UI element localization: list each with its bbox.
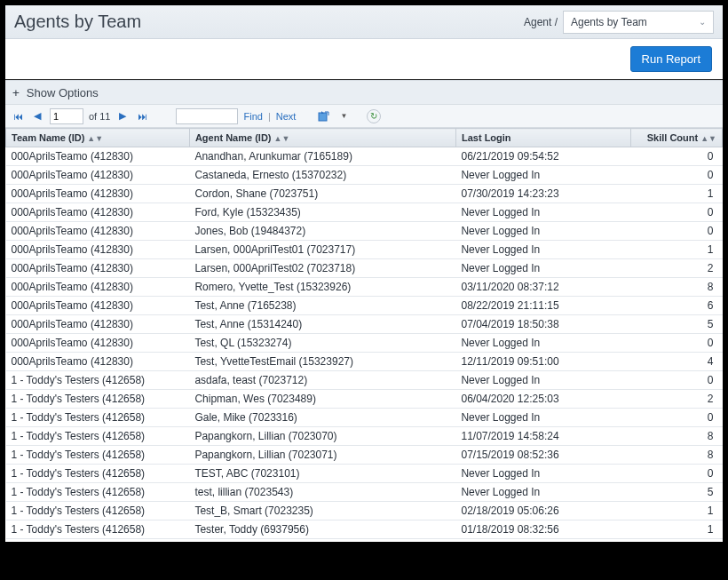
cell-skill: 1 [630, 241, 722, 259]
cell-team: 1 - Toddy's Testers (412658) [6, 427, 190, 446]
results-table: Team Name (ID)▲▼ Agent Name (ID)▲▼ Last … [5, 128, 723, 542]
cell-last-login: Never Logged In [455, 409, 630, 427]
table-row[interactable]: 1 - Toddy's Testers (412658)Papangkorn, … [6, 446, 723, 465]
table-row[interactable]: 1 - Toddy's Testers (412658)Gale, Mike (… [6, 409, 723, 427]
cell-last-login: 07/15/2019 08:52:36 [455, 446, 630, 465]
next-page-icon[interactable]: ▶ [115, 109, 130, 123]
cell-team: 000AprilsTeamo (412830) [6, 147, 190, 166]
table-row[interactable]: 000AprilsTeamo (412830)Larsen, 000AprilT… [6, 259, 723, 278]
title-bar: Agents by Team Agent / Agents by Team ⌄ [5, 5, 723, 39]
table-row[interactable]: 000AprilsTeamo (412830)Castaneda, Ernest… [6, 166, 723, 185]
col-last-login-label: Last Login [462, 132, 511, 143]
col-last-login[interactable]: Last Login [455, 129, 630, 147]
table-row[interactable]: 000AprilsTeamo (412830)Larsen, 000AprilT… [6, 241, 723, 259]
cell-team: 000AprilsTeamo (412830) [6, 315, 190, 334]
cell-last-login: 12/11/2019 09:51:00 [455, 353, 630, 371]
table-row[interactable]: 000AprilsTeamo (412830)Test, QL (1532327… [6, 334, 723, 353]
cell-team: 1 - Toddy's Testers (412658) [6, 409, 190, 427]
table-row[interactable]: 000AprilsTeamo (412830)Romero, Yvette_Te… [6, 278, 723, 297]
cell-skill: 1 [630, 502, 722, 520]
chevron-down-icon: ⌄ [699, 17, 706, 27]
grid-scroll[interactable]: Team Name (ID)▲▼ Agent Name (ID)▲▼ Last … [5, 128, 723, 542]
cell-agent: Test, QL (15323274) [189, 334, 455, 353]
cell-team: 1 - Toddy's Testers (412658) [6, 390, 190, 409]
action-bar: Run Report [5, 39, 723, 80]
cell-last-login: 07/04/2019 18:50:38 [455, 315, 630, 334]
prev-page-icon[interactable]: ◀ [30, 109, 44, 123]
cell-agent: Larsen, 000AprilTest01 (7023717) [189, 241, 455, 259]
table-row[interactable]: 1 - Toddy's Testers (412658)TEST, ABC (7… [6, 465, 723, 483]
table-row[interactable]: 1 - Toddy's Testers (412658)Papangkorn, … [6, 427, 723, 446]
cell-last-login: Never Logged In [455, 166, 630, 185]
first-page-icon[interactable]: ⏮ [11, 109, 25, 123]
cell-skill: 0 [630, 222, 722, 241]
report-dropdown[interactable]: Agents by Team ⌄ [563, 11, 714, 34]
col-skill-count[interactable]: Skill Count▲▼ [630, 129, 722, 147]
cell-skill: 4 [630, 353, 722, 371]
export-dropdown-icon[interactable]: ▼ [336, 109, 351, 123]
cell-agent: Wilson, Wade (7023488) [189, 539, 455, 543]
col-agent[interactable]: Agent Name (ID)▲▼ [189, 129, 455, 147]
table-row[interactable]: 1 - Toddy's Testers (412658)asdafa, teas… [6, 371, 723, 390]
cell-skill: 1 [630, 520, 722, 539]
cell-last-login: Never Logged In [455, 371, 630, 390]
cell-skill: 0 [630, 166, 722, 185]
table-row[interactable]: 1 - Toddy's Testers (412658)Wilson, Wade… [6, 539, 723, 543]
next-link[interactable]: Next [276, 111, 297, 122]
cell-agent: Test, Anne (15314240) [189, 315, 455, 334]
cell-team: 000AprilsTeamo (412830) [6, 185, 190, 203]
page-input[interactable] [50, 108, 83, 124]
table-row[interactable]: 1 - Toddy's Testers (412658)test, lillia… [6, 483, 723, 502]
cell-last-login: 06/21/2019 09:54:52 [455, 147, 630, 166]
app-frame: Agents by Team Agent / Agents by Team ⌄ … [5, 5, 723, 542]
cell-last-login: Never Logged In [455, 241, 630, 259]
separator: | [268, 111, 271, 122]
cell-last-login: Never Logged In [455, 203, 630, 222]
cell-agent: Papangkorn, Lillian (7023071) [189, 446, 455, 465]
cell-team: 000AprilsTeamo (412830) [6, 353, 190, 371]
header-row: Team Name (ID)▲▼ Agent Name (ID)▲▼ Last … [6, 129, 723, 147]
cell-agent: Tester, Toddy (6937956) [189, 520, 455, 539]
table-row[interactable]: 000AprilsTeamo (412830)Test, Anne (15314… [6, 315, 723, 334]
cell-skill: 1 [630, 185, 722, 203]
col-team-label: Team Name (ID) [12, 132, 84, 143]
cell-agent: Ford, Kyle (15323435) [189, 203, 455, 222]
cell-agent: Papangkorn, Lillian (7023070) [189, 427, 455, 446]
table-row[interactable]: 000AprilsTeamo (412830)Anandhan, Arunkum… [6, 147, 723, 166]
report-toolbar: ⏮ ◀ of 11 ▶ ⏭ Find | Next ▼ ↻ [5, 105, 723, 128]
cell-agent: asdafa, teast (7023712) [189, 371, 455, 390]
cell-agent: Gale, Mike (7023316) [189, 409, 455, 427]
table-row[interactable]: 000AprilsTeamo (412830)Cordon, Shane (70… [6, 185, 723, 203]
refresh-icon[interactable]: ↻ [367, 109, 381, 123]
table-row[interactable]: 000AprilsTeamo (412830)Test, Anne (71652… [6, 297, 723, 315]
cell-last-login: Never Logged In [455, 259, 630, 278]
table-row[interactable]: 000AprilsTeamo (412830)Jones, Bob (19484… [6, 222, 723, 241]
table-row[interactable]: 000AprilsTeamo (412830)Ford, Kyle (15323… [6, 203, 723, 222]
table-row[interactable]: 1 - Toddy's Testers (412658)Chipman, Wes… [6, 390, 723, 409]
table-row[interactable]: 000AprilsTeamo (412830)Test, YvetteTestE… [6, 353, 723, 371]
cell-skill: 0 [630, 371, 722, 390]
table-row[interactable]: 1 - Toddy's Testers (412658)Tester, Todd… [6, 520, 723, 539]
cell-team: 000AprilsTeamo (412830) [6, 203, 190, 222]
cell-last-login: Never Logged In [455, 222, 630, 241]
col-team[interactable]: Team Name (ID)▲▼ [6, 129, 190, 147]
cell-agent: Test_B, Smart (7023235) [189, 502, 455, 520]
cell-last-login: 02/18/2019 05:06:26 [455, 502, 630, 520]
table-row[interactable]: 1 - Toddy's Testers (412658)Test_B, Smar… [6, 502, 723, 520]
cell-team: 000AprilsTeamo (412830) [6, 222, 190, 241]
last-page-icon[interactable]: ⏭ [135, 109, 149, 123]
find-link[interactable]: Find [243, 111, 262, 122]
cell-last-login: 08/22/2019 21:11:15 [455, 297, 630, 315]
cell-team: 1 - Toddy's Testers (412658) [6, 520, 190, 539]
find-input[interactable] [176, 108, 238, 124]
cell-last-login: Never Logged In [455, 483, 630, 502]
cell-skill: 2 [630, 259, 722, 278]
cell-team: 000AprilsTeamo (412830) [6, 259, 190, 278]
run-report-button[interactable]: Run Report [630, 46, 712, 72]
cell-skill: 0 [630, 409, 722, 427]
show-options-toggle[interactable]: + Show Options [5, 80, 723, 105]
cell-last-login: 06/04/2020 12:25:03 [455, 390, 630, 409]
cell-agent: Castaneda, Ernesto (15370232) [189, 166, 455, 185]
export-icon[interactable] [317, 109, 331, 123]
cell-team: 1 - Toddy's Testers (412658) [6, 483, 190, 502]
